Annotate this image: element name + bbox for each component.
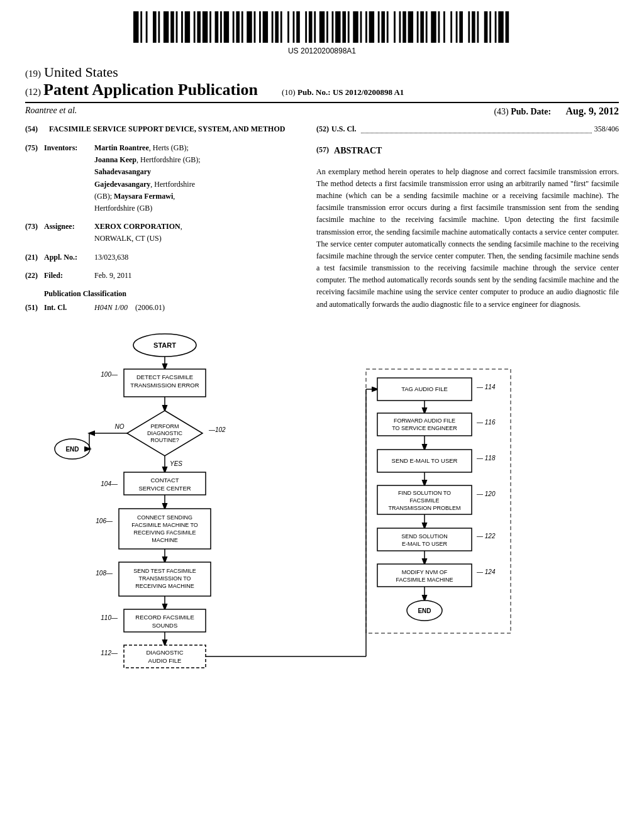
svg-rect-36 — [335, 11, 340, 43]
right-column: (52) U.S. Cl. 358/406 (57) ABSTRACT An e… — [310, 123, 619, 320]
pub-date-num: (43) — [494, 107, 508, 116]
svg-text:— 120: — 120 — [476, 490, 496, 497]
svg-rect-37 — [342, 11, 346, 43]
assignee-block: (73) Assignee: XEROX CORPORATION, NORWAL… — [25, 221, 297, 245]
svg-text:FACSIMILE MACHINE: FACSIMILE MACHINE — [396, 577, 453, 583]
svg-rect-62 — [484, 11, 488, 43]
pub-number: US 20120200898A1 — [0, 47, 644, 55]
svg-text:E-MAIL TO USER: E-MAIL TO USER — [402, 541, 447, 547]
svg-text:RECEIVING FACSIMILE: RECEIVING FACSIMILE — [133, 529, 196, 536]
svg-rect-32 — [314, 11, 316, 43]
title-field: (54) FACSIMILE SERVICE SUPPORT DEVICE, S… — [25, 123, 297, 135]
svg-rect-54 — [438, 11, 440, 43]
int-cl-block: (51) Int. Cl. H04N 1/00 (2006.01) — [25, 302, 297, 314]
inventor-1-name: Martin Roantree — [94, 143, 149, 152]
svg-rect-41 — [365, 11, 367, 43]
us-cl-label: U.S. Cl. — [331, 123, 356, 135]
svg-text:TO SERVICE ENGINEER: TO SERVICE ENGINEER — [392, 425, 457, 431]
appl-no-label: Appl. No.: — [44, 252, 94, 263]
svg-rect-27 — [287, 11, 289, 43]
svg-rect-43 — [378, 11, 380, 43]
inventors-num: (75) — [25, 142, 44, 214]
svg-rect-3 — [153, 11, 157, 43]
svg-rect-30 — [305, 11, 307, 43]
start-label: START — [153, 341, 176, 349]
barcode-area: US 20120200898A1 — [0, 0, 644, 58]
svg-text:— 114: — 114 — [476, 384, 496, 390]
header-title-row: (12) Patent Application Publication (10)… — [25, 80, 619, 103]
svg-rect-19 — [242, 11, 243, 43]
svg-text:—102: —102 — [208, 426, 226, 433]
svg-text:END: END — [418, 607, 431, 614]
svg-text:ROUTINE?: ROUTINE? — [150, 437, 179, 443]
svg-rect-4 — [158, 11, 160, 43]
inventors-names: Martin Roantree, Herts (GB); Joanna Keep… — [94, 142, 201, 214]
svg-text:— 122: — 122 — [476, 533, 496, 540]
svg-text:— 116: — 116 — [476, 419, 496, 426]
svg-text:TRANSMISSION PROBLEM: TRANSMISSION PROBLEM — [388, 505, 460, 511]
svg-rect-13 — [209, 11, 211, 43]
inventor-2-name: Joanna Keep — [94, 155, 136, 164]
svg-rect-35 — [331, 11, 333, 43]
inventor-4-name: Maysara Fermawi — [114, 192, 173, 201]
filed-num: (22) — [25, 270, 44, 282]
svg-rect-136 — [377, 528, 472, 551]
inventor-3-name: SahadevasangaryGajedevasangary — [94, 167, 151, 188]
pub-date-label: Pub. Date: — [511, 107, 551, 116]
svg-text:112—: 112— — [101, 650, 118, 656]
int-cl-num: (51) — [25, 302, 44, 314]
svg-rect-20 — [247, 11, 252, 43]
type-num: (12) — [25, 87, 41, 97]
svg-rect-6 — [170, 11, 174, 43]
svg-rect-58 — [459, 11, 463, 43]
svg-rect-7 — [176, 11, 178, 43]
int-cl-code: H04N 1/00 — [94, 303, 128, 312]
svg-rect-49 — [408, 11, 413, 43]
svg-rect-66 — [506, 11, 509, 43]
inventors-block: (75) Inventors: Martin Roantree, Herts (… — [25, 142, 297, 214]
pub-no-value: US 2012/0200898 A1 — [333, 87, 404, 97]
assignee-label: Assignee: — [44, 221, 94, 245]
left-column: (54) FACSIMILE SERVICE SUPPORT DEVICE, S… — [25, 123, 310, 320]
abstract-title: ABSTRACT — [334, 144, 619, 158]
svg-rect-61 — [477, 11, 479, 43]
svg-rect-64 — [495, 11, 497, 43]
svg-rect-18 — [236, 11, 240, 43]
svg-rect-34 — [326, 11, 328, 43]
header-inventors-row: Roantree et al. (43) Pub. Date: Aug. 9, … — [25, 103, 619, 117]
svg-text:FIND SOLUTION TO: FIND SOLUTION TO — [398, 490, 451, 496]
pub-date-value: Aug. 9, 2012 — [566, 106, 619, 116]
svg-text:CONNECT SENDING: CONNECT SENDING — [137, 514, 192, 521]
svg-text:110—: 110— — [101, 614, 118, 621]
svg-rect-141 — [377, 564, 472, 587]
int-cl-label: Int. Cl. — [44, 302, 94, 314]
filed-value: Feb. 9, 2011 — [94, 270, 132, 282]
svg-rect-0 — [133, 11, 138, 43]
title-value: FACSIMILE SERVICE SUPPORT DEVICE, SYSTEM… — [49, 123, 285, 135]
svg-text:SOUNDS: SOUNDS — [152, 622, 178, 629]
svg-rect-1 — [140, 11, 142, 43]
header-pub-info: (10) Pub. No.: US 2012/0200898 A1 — [269, 87, 619, 97]
svg-rect-52 — [426, 11, 428, 43]
svg-text:100—: 100— — [101, 371, 118, 378]
svg-text:— 124: — 124 — [476, 568, 496, 575]
svg-rect-40 — [360, 11, 362, 43]
svg-text:MODIFY NVM OF: MODIFY NVM OF — [402, 569, 448, 575]
svg-text:YES: YES — [170, 460, 182, 467]
svg-text:SEND TEST FACSIMILE: SEND TEST FACSIMILE — [133, 568, 196, 574]
patent-header: (19) United States (12) Patent Applicati… — [0, 58, 644, 117]
svg-text:FORWARD AUDIO FILE: FORWARD AUDIO FILE — [394, 418, 455, 424]
us-cl-value: 358/406 — [594, 123, 619, 135]
pub-classification-label: Publication Classification — [44, 288, 297, 299]
svg-rect-5 — [164, 11, 169, 43]
svg-rect-48 — [402, 11, 406, 43]
svg-rect-65 — [498, 11, 503, 43]
svg-rect-28 — [293, 11, 295, 43]
assignee-name: XEROX CORPORATION — [94, 222, 180, 231]
appl-no-num: (21) — [25, 252, 44, 263]
svg-rect-53 — [431, 11, 436, 43]
svg-text:DIAGNOSTIC: DIAGNOSTIC — [146, 649, 183, 656]
pub-no-label: Pub. No.: — [297, 87, 330, 97]
abstract-header: (57) ABSTRACT — [316, 144, 619, 162]
inventors-citation: Roantree et al. — [25, 106, 77, 115]
